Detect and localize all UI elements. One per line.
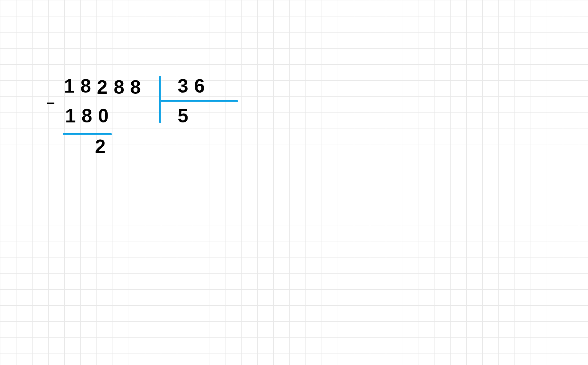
remainder-digit-1: 2 [92,137,108,156]
division-horizontal-bar [159,100,238,102]
divisor-digit-2: 6 [191,77,207,96]
subtrahend-digit-1: 1 [62,106,78,125]
subtrahend-digit-2: 8 [79,106,95,125]
divisor-digit-1: 3 [175,77,191,96]
quotient-digit-1: 5 [175,106,191,125]
subtraction-rule [63,133,112,135]
minus-sign [47,103,54,104]
division-vertical-bar [159,76,161,123]
dividend-digit-3: 2 [94,78,110,97]
subtrahend-digit-3: 0 [95,106,111,125]
dividend-digit-4: 8 [111,78,127,97]
long-division-work: 1 8 2 8 8 1 8 0 2 3 6 5 [0,0,588,365]
dividend-digit-2: 8 [78,77,94,96]
dividend-digit-5: 8 [127,78,144,97]
dividend-digit-1: 1 [61,77,77,96]
